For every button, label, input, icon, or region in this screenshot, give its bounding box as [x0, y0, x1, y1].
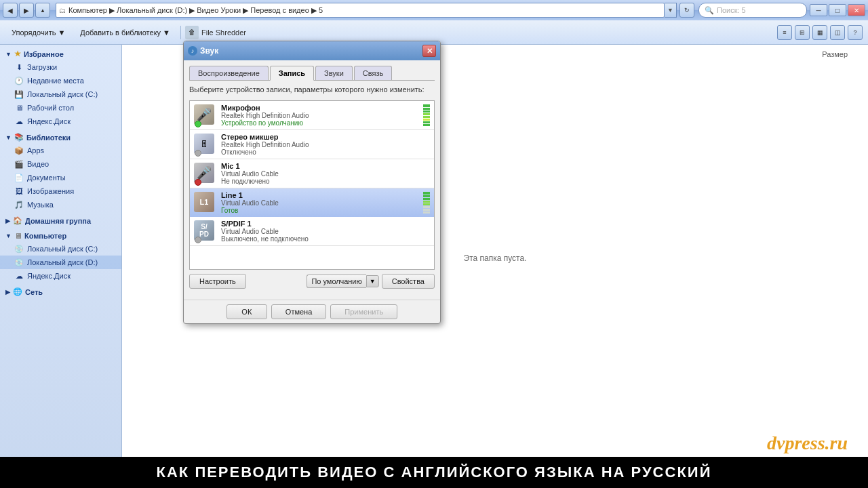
search-placeholder-text: Поиск: 5 [717, 6, 746, 14]
sidebar-favorites-header[interactable]: ▼ ★ Избранное [0, 47, 121, 60]
microphone-driver: Realtek High Definition Audio [221, 112, 418, 119]
tab-sounds[interactable]: Звуки [315, 66, 353, 80]
back-button[interactable]: ◀ [3, 3, 18, 18]
help-button[interactable]: ? [848, 25, 863, 40]
microphone-status: Устройство по умолчанию [221, 119, 418, 127]
line1-status: Готов [221, 207, 418, 214]
sidebar-item-recent[interactable]: 🕐 Недавние места [0, 74, 121, 87]
file-shredder-area: 🗑 File Shredder [185, 26, 246, 39]
add-library-arrow-icon: ▼ [163, 28, 170, 37]
libraries-expand-icon: ▼ [5, 134, 12, 141]
mic1-status: Не подключено [221, 178, 430, 185]
line1-name: Line 1 [221, 191, 418, 199]
cancel-button[interactable]: Отмена [271, 304, 326, 319]
microphone-name: Микрофон [221, 104, 418, 112]
spdif1-info: S/PDIF 1 Virtual Audio Cable Выключено, … [221, 220, 430, 243]
sidebar-item-music-label: Музыка [27, 201, 54, 209]
stereo-mixer-name: Стерео микшер [221, 133, 430, 141]
sidebar-item-docs[interactable]: 📄 Документы [0, 171, 121, 184]
minimize-button[interactable]: ─ [810, 4, 827, 16]
computer-expand-icon: ▼ [5, 232, 12, 239]
device-item-mic1[interactable]: 🎤 Mic 1 Virtual Audio Cable Не подключен… [190, 159, 434, 188]
device-item-spdif1[interactable]: S/PD S/PDIF 1 Virtual Audio Cable Выключ… [190, 217, 434, 246]
tab-record-label: Запись [279, 69, 305, 77]
mic1-info: Mic 1 Virtual Audio Cable Не подключено [221, 162, 430, 185]
address-text: Компьютер ▶ Локальный диск (D:) ▶ Видео … [68, 6, 323, 15]
network-icon: 🌐 [13, 287, 22, 296]
dialog-close-button[interactable]: ✕ [422, 45, 436, 57]
forward-button[interactable]: ▶ [19, 3, 34, 18]
dialog-actions: ОК Отмена Применить [184, 300, 440, 323]
tab-playback[interactable]: Воспроизведение [189, 66, 269, 80]
refresh-button[interactable]: ↻ [679, 3, 694, 18]
device-item-line1[interactable]: L1 Line 1 Virtual Audio Cable Готов [190, 188, 434, 217]
properties-button[interactable]: Свойства [382, 274, 435, 289]
sidebar-network-label: Сеть [25, 288, 43, 296]
dialog-title-text: Звук [200, 46, 422, 56]
sidebar-item-localdisk-c-label: Локальный диск (C:) [27, 90, 98, 98]
device-list[interactable]: 🎤 Микрофон Realtek High Definition Audio… [189, 100, 435, 270]
address-dropdown-arrow[interactable]: ▼ [665, 3, 677, 18]
sidebar-item-downloads-label: Загрузки [27, 63, 57, 71]
maximize-button[interactable]: □ [829, 4, 846, 16]
sidebar-homegroup-header[interactable]: ▶ 🏠 Домашняя группа [0, 214, 121, 227]
docs-icon: 📄 [14, 172, 24, 183]
sidebar-item-localdisk-c[interactable]: 💾 Локальный диск (C:) [0, 87, 121, 101]
configure-button[interactable]: Настроить [189, 274, 246, 289]
mic1-device-icon: 🎤 [194, 163, 216, 184]
tab-record[interactable]: Запись [270, 66, 314, 81]
default-arrow-icon[interactable]: ▼ [366, 275, 379, 287]
yandex2-icon: ☁ [14, 270, 24, 281]
file-shredder-icon: 🗑 [185, 26, 199, 39]
microphone-device-icon: 🎤 [194, 104, 216, 126]
close-button[interactable]: ✕ [848, 4, 865, 16]
sidebar-libraries-header[interactable]: ▼ 📚 Библиотеки [0, 131, 121, 144]
favorites-star-icon: ★ [14, 49, 21, 58]
sidebar-item-yandex2[interactable]: ☁ Яндекс.Диск [0, 269, 121, 283]
search-bar[interactable]: 🔍 Поиск: 5 [698, 3, 807, 18]
view-details-button[interactable]: ▦ [812, 25, 827, 40]
homegroup-icon: 🏠 [13, 216, 22, 225]
sidebar-item-yandex-label: Яндекс.Диск [27, 117, 71, 125]
line1-info: Line 1 Virtual Audio Cable Готов [221, 191, 418, 214]
nav-buttons: ◀ ▶ ▲ 🗂 Компьютер ▶ Локальный диск (D:) … [3, 3, 807, 18]
sidebar-item-desktop[interactable]: 🖥 Рабочий стол [0, 101, 121, 115]
preview-pane-button[interactable]: ◫ [830, 25, 845, 40]
organize-button[interactable]: Упорядочить ▼ [5, 24, 71, 41]
size-column-header: Размер [822, 50, 848, 58]
default-label: По умолчанию [307, 274, 366, 288]
default-dropdown[interactable]: По умолчанию ▼ [307, 274, 378, 288]
device-item-microphone[interactable]: 🎤 Микрофон Realtek High Definition Audio… [190, 101, 434, 130]
add-library-button[interactable]: Добавить в библиотеку ▼ [74, 24, 176, 41]
explorer-window: ◀ ▶ ▲ 🗂 Компьютер ▶ Локальный диск (D:) … [0, 0, 868, 488]
sidebar-item-yandex[interactable]: ☁ Яндекс.Диск [0, 115, 121, 128]
sidebar-item-docs-label: Документы [27, 174, 66, 182]
view-list-button[interactable]: ≡ [777, 25, 792, 40]
sidebar-network-header[interactable]: ▶ 🌐 Сеть [0, 285, 121, 298]
sidebar-item-video[interactable]: 🎬 Видео [0, 157, 121, 171]
watermark-press-text: press [785, 432, 825, 453]
sidebar-item-apps[interactable]: 📦 Apps [0, 144, 121, 157]
sidebar-item-apps-label: Apps [27, 146, 44, 155]
ok-button[interactable]: ОК [226, 304, 267, 319]
downloads-icon: ⬇ [14, 62, 24, 73]
sidebar-item-recent-label: Недавние места [27, 77, 84, 85]
sidebar-item-local-c[interactable]: 💿 Локальный диск (C:) [0, 242, 121, 256]
watermark: dvpress.ru [767, 432, 848, 454]
tab-communication[interactable]: Связь [354, 66, 392, 80]
address-bar[interactable]: 🗂 Компьютер ▶ Локальный диск (D:) ▶ Виде… [56, 3, 665, 18]
up-button[interactable]: ▲ [35, 3, 50, 18]
sidebar-computer-section: ▼ 🖥 Компьютер 💿 Локальный диск (C:) 💿 Ло… [0, 230, 121, 283]
bottom-banner: КАК ПЕРЕВОДИТЬ ВИДЕО С АНГЛИЙСКОГО ЯЗЫКА… [0, 457, 868, 488]
device-item-stereo-mixer[interactable]: 🎚 Стерео микшер Realtek High Definition … [190, 130, 434, 159]
sidebar-favorites-label: Избранное [24, 50, 64, 58]
sidebar-item-images[interactable]: 🖼 Изображения [0, 184, 121, 198]
view-grid-button[interactable]: ⊞ [795, 25, 810, 40]
sidebar-item-local-d[interactable]: 💿 Локальный диск (D:) [0, 256, 121, 269]
sidebar-computer-header[interactable]: ▼ 🖥 Компьютер [0, 230, 121, 242]
stereo-mixer-status: Отключено [221, 148, 430, 156]
sidebar-item-music[interactable]: 🎵 Музыка [0, 198, 121, 211]
sidebar-item-downloads[interactable]: ⬇ Загрузки [0, 60, 121, 74]
sound-dialog[interactable]: ♪ Звук ✕ Воспроизведение Запись Звуки [183, 41, 441, 324]
apply-button[interactable]: Применить [330, 304, 397, 319]
